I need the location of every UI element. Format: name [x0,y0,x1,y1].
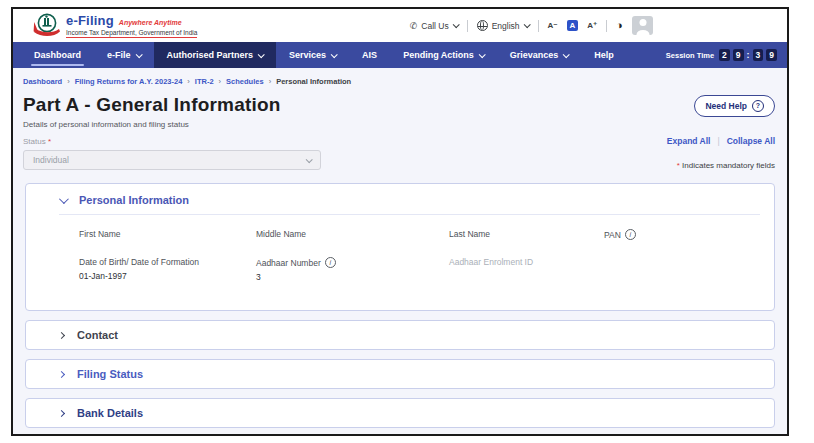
aadhaar-number-value: 3 [256,272,449,282]
nav-services[interactable]: Services [276,42,349,68]
chevron-down-icon [258,51,265,58]
emblem-logo-icon [31,12,61,39]
field-middle-name: Middle Name [256,229,449,240]
chevron-down-icon [59,194,69,204]
chevron-down-icon [452,21,459,28]
main-navbar: Dashboard e-File Authorised Partners Ser… [13,42,787,68]
aadhaar-enrolment-id-value [449,271,604,281]
divider [538,20,539,32]
section-title: Personal Information [79,194,189,206]
breadcrumb-itr2[interactable]: ITR-2 [195,77,214,86]
header-utility-bar: ✆ Call Us English A⁻ A A⁺ ◑ [410,16,653,35]
chevron-right-icon [58,409,65,416]
chevron-down-icon [135,51,142,58]
info-icon[interactable] [325,257,336,268]
breadcrumb-current: Personal Information [276,77,351,86]
section-title: Contact [77,329,118,341]
field-pan: PAN [604,229,760,240]
page-content: Dashboard › Filing Returns for A.Y. 2023… [13,68,787,436]
nav-authorised-partners[interactable]: Authorised Partners [154,42,277,68]
nav-grievances[interactable]: Grievances [497,42,582,68]
bank-details-section-header[interactable]: Bank Details [25,398,775,428]
globe-icon [477,20,488,31]
chevron-right-icon [58,331,65,338]
chevron-down-icon [306,156,313,163]
user-avatar[interactable] [632,16,653,35]
breadcrumb-dashboard[interactable]: Dashboard [23,77,62,86]
expand-all-link[interactable]: Expand All [667,136,711,146]
font-size-increase-button[interactable]: A⁺ [587,21,597,30]
breadcrumb-filing-returns[interactable]: Filing Returns for A.Y. 2023-24 [75,77,183,86]
page-title: Part A - General Information [23,95,281,115]
efiling-logo[interactable]: e-Filing Anywhere Anytime Income Tax Dep… [31,12,197,39]
nav-e-file[interactable]: e-File [94,42,154,68]
date-of-birth-value: 01-Jan-1997 [79,271,256,281]
field-aadhaar-number: Aadhaar Number 3 [256,257,449,282]
field-last-name: Last Name [449,229,604,240]
header: e-Filing Anywhere Anytime Income Tax Dep… [13,9,787,42]
breadcrumb: Dashboard › Filing Returns for A.Y. 2023… [23,68,777,86]
required-asterisk: * [48,137,51,146]
nav-ais[interactable]: AIS [349,42,390,68]
contact-section-header[interactable]: Contact [25,320,775,350]
font-size-default-button[interactable]: A [567,20,579,31]
chevron-down-icon [478,51,485,58]
language-menu[interactable]: English [477,20,529,31]
field-aadhaar-enrolment-id: Aadhaar Enrolment ID [449,257,604,282]
page-subtitle: Details of personal information and fili… [23,120,777,129]
field-first-name: First Name [79,229,256,240]
contrast-toggle[interactable]: ◑ [616,20,623,31]
personal-information-header[interactable]: Personal Information [26,184,774,214]
question-icon [752,100,764,112]
required-asterisk: * [677,161,680,170]
need-help-button[interactable]: Need Help [694,95,775,117]
brand-tagline: Anywhere Anytime [119,19,182,26]
divider [467,20,468,32]
mandatory-note: * Indicates mandatory fields [677,161,775,170]
section-title: Bank Details [77,407,143,419]
divider [606,20,607,32]
session-digit: 2 [719,49,730,61]
chevron-right-icon [58,370,65,377]
session-digit: 9 [766,49,777,61]
brand-title: e-Filing [66,13,114,28]
nav-dashboard[interactable]: Dashboard [21,42,94,68]
status-label: Status * [23,137,51,146]
chevron-down-icon [331,51,338,58]
status-select[interactable]: Individual [23,150,321,170]
nav-pending-actions[interactable]: Pending Actions [390,42,497,68]
info-icon[interactable] [625,229,636,240]
chevron-down-icon [523,21,530,28]
personal-information-section: Personal Information First Name Middle N… [25,183,775,311]
phone-icon: ✆ [410,21,418,31]
breadcrumb-schedules[interactable]: Schedules [226,77,264,86]
brand-department: Income Tax Department, Government of Ind… [66,29,197,38]
session-timer: Session Time 2 9 : 3 9 [666,42,777,68]
filing-status-section-header[interactable]: Filing Status [25,359,775,389]
chevron-down-icon [563,51,570,58]
call-us-menu[interactable]: ✆ Call Us [410,21,458,31]
session-digit: 3 [753,49,764,61]
field-date-of-birth: Date of Birth/ Date of Formation 01-Jan-… [79,257,256,282]
section-title: Filing Status [77,368,143,380]
nav-help[interactable]: Help [581,42,627,68]
divider [59,214,760,215]
app-window: e-Filing Anywhere Anytime Income Tax Dep… [11,7,789,436]
collapse-all-link[interactable]: Collapse All [727,136,775,146]
session-digit: 9 [733,49,744,61]
font-size-decrease-button[interactable]: A⁻ [548,21,558,30]
